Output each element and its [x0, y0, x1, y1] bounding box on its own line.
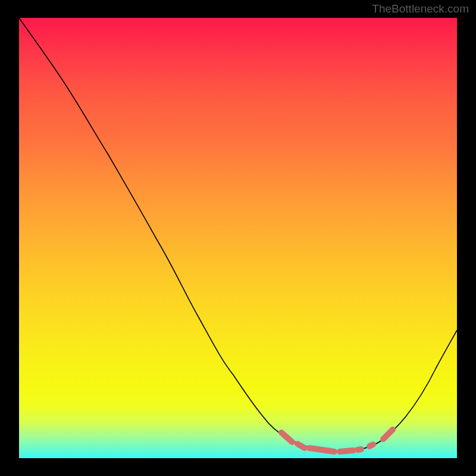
marker-dash: [358, 449, 361, 450]
chart-plot-area: [19, 18, 457, 458]
marker-dashes-group: [281, 430, 393, 452]
marker-dash: [340, 450, 353, 452]
marker-dash: [281, 433, 292, 442]
watermark-text: TheBottleneck.com: [372, 2, 469, 15]
marker-dash: [369, 444, 373, 446]
bottleneck-curve: [19, 18, 457, 451]
marker-dash: [298, 444, 305, 448]
marker-dash: [309, 448, 334, 452]
marker-dash: [383, 430, 393, 439]
chart-svg-overlay: [19, 18, 457, 458]
